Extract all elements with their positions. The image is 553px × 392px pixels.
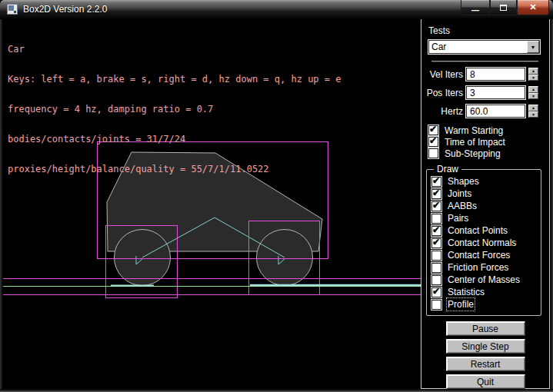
vel-iters-stepper[interactable]: ▲ ▼: [528, 68, 538, 81]
spinner-down-icon[interactable]: ▼: [528, 93, 538, 100]
checkbox-label: Contact Points: [448, 225, 508, 236]
window-controls: — ✕: [461, 0, 549, 15]
checkmark-icon: ✔: [432, 188, 440, 198]
spinner-up-icon[interactable]: ▲: [528, 86, 538, 93]
checkbox-pairs[interactable]: ✔ Pairs: [431, 212, 541, 224]
checkbox-box[interactable]: ✔: [431, 251, 441, 261]
checkbox-label: Profile: [448, 299, 474, 310]
hertz-label: Hertz: [421, 106, 466, 117]
checkbox-label: Contact Forces: [448, 250, 510, 261]
pos-iters-spinner: Pos Iters 3 ▲ ▼: [421, 86, 549, 99]
checkbox-label: Shapes: [448, 176, 479, 187]
checkbox-box[interactable]: ✔: [428, 125, 438, 135]
checkbox-contact-normals[interactable]: ✔ Contact Normals: [431, 237, 541, 249]
checkmark-icon: ✔: [432, 175, 440, 186]
checkbox-label: Contact Normals: [448, 238, 516, 248]
pos-iters-field[interactable]: 3: [466, 86, 525, 99]
tests-label: Tests: [428, 25, 549, 36]
tests-dropdown[interactable]: Car ▼: [428, 40, 540, 54]
maximize-icon: [500, 5, 507, 11]
checkmark-icon: ✔: [432, 200, 440, 211]
checkbox-friction-forces[interactable]: ✔ Friction Forces: [431, 261, 541, 274]
checkbox-box[interactable]: ✔: [431, 177, 441, 187]
restart-button[interactable]: Restart: [446, 357, 525, 371]
checkbox-box[interactable]: ✔: [431, 201, 441, 211]
spinner-down-icon[interactable]: ▼: [528, 75, 538, 81]
minimize-button[interactable]: —: [461, 0, 490, 15]
simulation-canvas[interactable]: Car Keys: left = a, brake = s, right = d…: [3, 19, 421, 389]
checkbox-center-of-masses[interactable]: ✔ Center of Masses: [431, 274, 541, 286]
checkbox-box[interactable]: ✔: [431, 226, 441, 236]
quit-button[interactable]: Quit: [446, 374, 525, 389]
stats-line: frequency = 4 hz, damping ratio = 0.7: [8, 105, 341, 115]
checkbox-label: Statistics: [448, 287, 485, 297]
control-panel: Tests Car ▼ Vel Iters 8 ▲ ▼ Pos Iters 3 …: [421, 19, 550, 389]
vel-iters-label: Vel Iters: [421, 69, 466, 80]
checkmark-icon: ✔: [429, 135, 437, 146]
checkmark-icon: ✔: [432, 286, 440, 297]
spinner-down-icon[interactable]: ▼: [528, 111, 538, 118]
button-column: Pause Single Step Restart Quit: [421, 321, 549, 389]
checkbox-shapes[interactable]: ✔ Shapes: [431, 175, 541, 188]
checkbox-label: Time of Impact: [445, 137, 505, 148]
checkbox-label: Pairs: [448, 213, 468, 224]
stats-line: proxies/height/balance/quality = 55/7/1/…: [8, 164, 341, 174]
app-icon: [7, 4, 18, 15]
checkbox-contact-points[interactable]: ✔ Contact Points: [431, 224, 541, 237]
checkbox-box[interactable]: ✔: [431, 287, 441, 297]
checkbox-box[interactable]: ✔: [431, 263, 441, 273]
spinner-up-icon[interactable]: ▲: [528, 68, 538, 75]
checkbox-label: Center of Masses: [448, 274, 520, 285]
checkbox-box[interactable]: ✔: [431, 214, 441, 224]
spinner-up-icon[interactable]: ▲: [528, 105, 538, 111]
close-icon: ✕: [529, 2, 536, 12]
checkmark-icon: ✔: [432, 237, 440, 247]
app-window: Box2D Version 2.2.0 — ✕: [0, 0, 553, 392]
hertz-spinner: Hertz 60.0 ▲ ▼: [421, 105, 549, 118]
hertz-field[interactable]: 60.0: [466, 105, 525, 118]
window-title: Box2D Version 2.2.0: [23, 4, 107, 15]
checkbox-label: Joints: [448, 188, 471, 199]
dropdown-button[interactable]: ▼: [527, 41, 539, 53]
maximize-button[interactable]: [490, 0, 517, 15]
vel-iters-spinner: Vel Iters 8 ▲ ▼: [421, 68, 549, 81]
title-bar[interactable]: Box2D Version 2.2.0 — ✕: [0, 0, 553, 19]
checkbox-time-of-impact[interactable]: ✔ Time of Impact: [428, 136, 549, 148]
window-frame-right: [550, 19, 553, 389]
tests-dropdown-value: Car: [431, 42, 446, 52]
checkbox-box[interactable]: ✔: [431, 275, 441, 285]
checkbox-statistics[interactable]: ✔ Statistics: [431, 286, 541, 298]
checkbox-label: Sub-Stepping: [445, 148, 501, 159]
checkbox-sub-stepping[interactable]: ✔ Sub-Stepping: [428, 148, 549, 159]
pause-button[interactable]: Pause: [446, 321, 525, 336]
close-button[interactable]: ✕: [517, 0, 549, 15]
stats-line: Car: [8, 45, 341, 55]
pos-iters-label: Pos Iters: [421, 88, 466, 98]
checkbox-label: Friction Forces: [448, 262, 508, 273]
pos-iters-stepper[interactable]: ▲ ▼: [528, 86, 538, 99]
hertz-stepper[interactable]: ▲ ▼: [528, 105, 538, 118]
stats-line: bodies/contacts/joints = 31/7/24: [8, 135, 341, 145]
checkbox-box[interactable]: ✔: [428, 148, 438, 158]
draw-group: Draw ✔ Shapes ✔ Joints ✔ AABBs ✔ Pairs ✔…: [426, 169, 541, 316]
window-frame-bottom: [0, 389, 553, 392]
vel-iters-field[interactable]: 8: [466, 68, 525, 81]
separator: [431, 61, 538, 62]
checkbox-warm-starting[interactable]: ✔ Warm Starting: [428, 125, 549, 136]
checkbox-contact-forces[interactable]: ✔ Contact Forces: [431, 249, 541, 261]
checkbox-profile[interactable]: ✔ Profile: [431, 298, 541, 311]
minimize-icon: —: [471, 6, 479, 15]
checkbox-aabbs[interactable]: ✔ AABBs: [431, 200, 541, 212]
debug-stats-text: Car Keys: left = a, brake = s, right = d…: [8, 25, 341, 194]
checkbox-label: AABBs: [448, 201, 477, 211]
single-step-button[interactable]: Single Step: [446, 339, 525, 354]
checkmark-icon: ✔: [432, 224, 440, 235]
chevron-down-icon: ▼: [531, 45, 536, 50]
checkbox-box[interactable]: ✔: [431, 189, 441, 199]
stats-line: Keys: left = a, brake = s, right = d, hz…: [8, 75, 341, 85]
checkbox-box[interactable]: ✔: [431, 300, 441, 310]
draw-group-label: Draw: [434, 164, 461, 174]
checkbox-box[interactable]: ✔: [428, 137, 438, 147]
checkbox-joints[interactable]: ✔ Joints: [431, 188, 541, 200]
checkbox-box[interactable]: ✔: [431, 238, 441, 248]
